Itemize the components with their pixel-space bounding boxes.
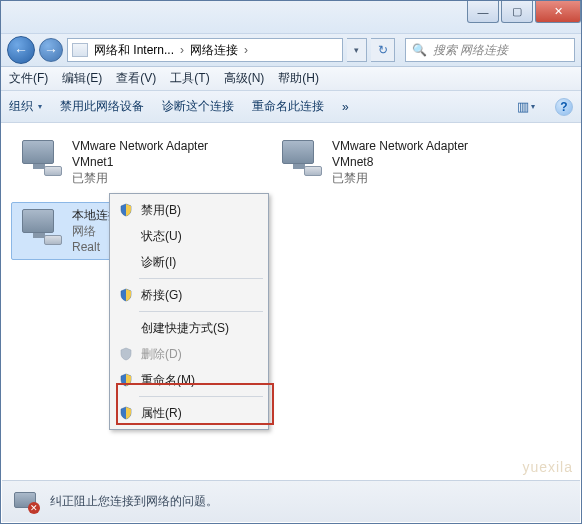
shield-icon <box>119 288 133 302</box>
explorer-window: — ▢ ✕ ← → 网络和 Intern... › 网络连接 › ▾ ↻ 🔍 搜… <box>0 0 582 524</box>
shield-icon <box>119 203 133 217</box>
help-button[interactable]: ? <box>555 98 573 116</box>
ctx-label: 属性(R) <box>141 405 182 422</box>
disable-device-button[interactable]: 禁用此网络设备 <box>60 98 144 115</box>
ctx-delete: 删除(D) <box>113 341 265 367</box>
organize-label: 组织 <box>9 98 33 115</box>
menu-separator <box>139 278 263 279</box>
connection-item-vmnet1[interactable]: VMware Network Adapter VMnet1 已禁用 <box>11 133 251 192</box>
error-badge-icon: ✕ <box>28 502 40 514</box>
forward-button[interactable]: → <box>39 38 63 62</box>
ctx-label: 状态(U) <box>141 228 182 245</box>
connection-name: VMware Network Adapter VMnet1 <box>72 138 246 170</box>
window-buttons: — ▢ ✕ <box>465 1 581 33</box>
address-dropdown-button[interactable]: ▾ <box>347 38 367 62</box>
ctx-diagnose[interactable]: 诊断(I) <box>113 249 265 275</box>
status-bar: ✕ 纠正阻止您连接到网络的问题。 <box>2 480 580 522</box>
network-adapter-icon <box>16 138 64 178</box>
ctx-label: 诊断(I) <box>141 254 176 271</box>
menu-help[interactable]: 帮助(H) <box>278 70 319 87</box>
ctx-create-shortcut[interactable]: 创建快捷方式(S) <box>113 315 265 341</box>
titlebar: — ▢ ✕ <box>1 1 581 33</box>
search-input[interactable]: 🔍 搜索 网络连接 <box>405 38 575 62</box>
menu-bar: 文件(F) 编辑(E) 查看(V) 工具(T) 高级(N) 帮助(H) <box>1 67 581 91</box>
maximize-button[interactable]: ▢ <box>501 1 533 23</box>
view-icon: ▥ <box>517 99 529 114</box>
search-placeholder: 搜索 网络连接 <box>433 42 508 59</box>
context-menu: 禁用(B) 状态(U) 诊断(I) 桥接(G) 创建快捷方式(S) 删除(D) … <box>109 193 269 430</box>
status-icon: ✕ <box>12 490 40 514</box>
menu-view[interactable]: 查看(V) <box>116 70 156 87</box>
ctx-label: 重命名(M) <box>141 372 195 389</box>
menu-separator <box>139 396 263 397</box>
menu-advanced[interactable]: 高级(N) <box>224 70 265 87</box>
breadcrumb-segment[interactable]: 网络和 Intern... <box>94 42 174 59</box>
menu-edit[interactable]: 编辑(E) <box>62 70 102 87</box>
ctx-bridge[interactable]: 桥接(G) <box>113 282 265 308</box>
connection-text: VMware Network Adapter VMnet1 已禁用 <box>72 138 246 187</box>
status-text: 纠正阻止您连接到网络的问题。 <box>50 493 218 510</box>
shield-icon <box>119 406 133 420</box>
refresh-button[interactable]: ↻ <box>371 38 395 62</box>
breadcrumb-separator-icon: › <box>244 43 248 57</box>
ctx-label: 禁用(B) <box>141 202 181 219</box>
ctx-label: 删除(D) <box>141 346 182 363</box>
command-bar: 组织 ▾ 禁用此网络设备 诊断这个连接 重命名此连接 » ▥ ▾ ? <box>1 91 581 123</box>
ctx-label: 创建快捷方式(S) <box>141 320 229 337</box>
connection-item-vmnet8[interactable]: VMware Network Adapter VMnet8 已禁用 <box>271 133 511 192</box>
chevron-down-icon: ▾ <box>38 102 42 111</box>
menu-separator <box>139 311 263 312</box>
chevron-down-icon: ▾ <box>531 102 535 111</box>
nav-row: ← → 网络和 Intern... › 网络连接 › ▾ ↻ 🔍 搜索 网络连接 <box>1 33 581 67</box>
search-icon: 🔍 <box>412 43 427 57</box>
ctx-label: 桥接(G) <box>141 287 182 304</box>
folder-icon <box>72 43 88 57</box>
connections-pane: VMware Network Adapter VMnet1 已禁用 VMware… <box>1 123 581 478</box>
network-adapter-icon <box>276 138 324 178</box>
more-commands-button[interactable]: » <box>342 100 349 114</box>
ctx-disable[interactable]: 禁用(B) <box>113 197 265 223</box>
address-bar[interactable]: 网络和 Intern... › 网络连接 › <box>67 38 343 62</box>
rename-connection-button[interactable]: 重命名此连接 <box>252 98 324 115</box>
ctx-status[interactable]: 状态(U) <box>113 223 265 249</box>
view-mode-button[interactable]: ▥ ▾ <box>515 97 537 117</box>
menu-tools[interactable]: 工具(T) <box>170 70 209 87</box>
minimize-button[interactable]: — <box>467 1 499 23</box>
network-adapter-icon <box>16 207 64 247</box>
shield-icon <box>119 373 133 387</box>
close-button[interactable]: ✕ <box>535 1 581 23</box>
organize-button[interactable]: 组织 ▾ <box>9 98 42 115</box>
menu-file[interactable]: 文件(F) <box>9 70 48 87</box>
ctx-properties[interactable]: 属性(R) <box>113 400 265 426</box>
connection-status: 已禁用 <box>72 170 246 186</box>
connection-status: 已禁用 <box>332 170 506 186</box>
breadcrumb-separator-icon: › <box>180 43 184 57</box>
back-button[interactable]: ← <box>7 36 35 64</box>
connection-text: VMware Network Adapter VMnet8 已禁用 <box>332 138 506 187</box>
connection-name: VMware Network Adapter VMnet8 <box>332 138 506 170</box>
diagnose-connection-button[interactable]: 诊断这个连接 <box>162 98 234 115</box>
ctx-rename[interactable]: 重命名(M) <box>113 367 265 393</box>
breadcrumb-segment[interactable]: 网络连接 <box>190 42 238 59</box>
shield-icon <box>119 347 133 361</box>
